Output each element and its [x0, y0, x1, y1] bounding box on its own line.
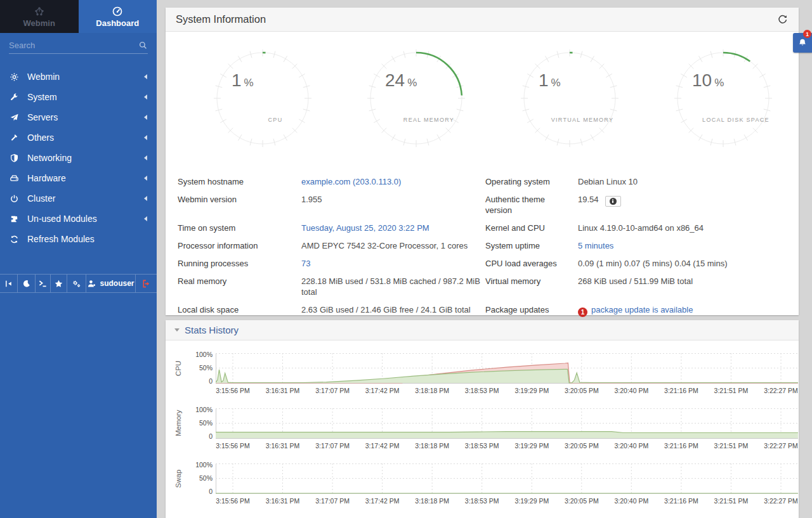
favorites-button[interactable] [51, 275, 67, 292]
sidebar-item-label: Others [27, 133, 54, 143]
x-axis-labels: 3:15:56 PM3:16:31 PM3:17:07 PM3:17:42 PM… [216, 497, 798, 506]
sidebar-item-label: Servers [27, 112, 58, 122]
sidebar-item-un-used-modules[interactable]: Un-used Modules [0, 209, 157, 229]
x-tick-label: 3:22:27 PM [764, 387, 798, 394]
user-button[interactable]: sudouser [86, 275, 136, 292]
x-tick-label: 3:20:40 PM [614, 442, 648, 450]
x-tick-label: 3:21:51 PM [714, 387, 749, 394]
theme-info-button[interactable] [605, 196, 621, 207]
package-update-badge: 1 [578, 308, 587, 317]
power-icon [10, 194, 19, 204]
info-label: Virtual memory [485, 272, 578, 301]
sidebar-item-system[interactable]: System [0, 87, 157, 107]
x-tick-label: 3:16:31 PM [266, 442, 300, 450]
sidebar-search [9, 41, 148, 54]
chevron-left-icon [144, 155, 147, 160]
system-information-header: System Information [166, 8, 799, 32]
info-value-link[interactable]: 5 minutes [578, 241, 613, 250]
stats-history-title: Stats History [185, 325, 239, 335]
sidebar-item-hardware[interactable]: Hardware [0, 168, 157, 188]
logout-button[interactable] [136, 275, 157, 292]
info-value-link[interactable]: Tuesday, August 25, 2020 3:22 PM [301, 223, 429, 233]
sidebar-item-others[interactable]: Others [0, 127, 157, 148]
info-value-link[interactable]: example.com (203.0.113.0) [301, 177, 401, 186]
night-mode-button[interactable] [18, 275, 36, 292]
hammer-icon [10, 133, 19, 143]
x-tick-label: 3:15:56 PM [216, 497, 250, 505]
sidebar: Webmin Dashboard WebminSystemServersOthe… [0, 0, 157, 518]
x-tick-label: 3:18:53 PM [465, 387, 499, 394]
info-value: Debian Linux 10 [578, 177, 638, 186]
x-tick-label: 3:16:31 PM [266, 387, 300, 394]
y-tick-label: 100% [190, 351, 213, 358]
x-tick-label: 3:15:56 PM [216, 387, 250, 394]
puzzle-icon [10, 214, 19, 224]
sidebar-item-cluster[interactable]: Cluster [0, 188, 157, 209]
dashboard-gauge-icon [112, 6, 123, 17]
gauge-real-memory: 24%REAL MEMORY [362, 44, 470, 152]
sidebar-item-refresh-modules[interactable]: Refresh Modules [0, 229, 157, 249]
x-tick-label: 3:21:16 PM [664, 387, 698, 394]
x-tick-label: 3:17:42 PM [365, 387, 400, 394]
x-tick-label: 3:20:05 PM [565, 387, 599, 394]
y-tick-label: 50% [190, 419, 213, 427]
table-row: Local disk space2.63 GiB used / 21.46 Gi… [166, 301, 799, 320]
sidebar-item-webmin[interactable]: Webmin [0, 67, 157, 87]
sidebar-menu: WebminSystemServersOthersNetworkingHardw… [0, 67, 157, 249]
bell-icon [797, 38, 808, 48]
x-tick-label: 3:18:18 PM [415, 497, 449, 505]
sidebar-item-label: System [27, 92, 57, 102]
table-row: Running processes73CPU load averages0.09… [166, 254, 799, 272]
x-tick-label: 3:20:40 PM [614, 387, 648, 394]
logout-icon [141, 279, 151, 288]
terminal-button[interactable] [36, 275, 51, 292]
sidebar-item-label: Webmin [27, 72, 60, 82]
chevron-left-icon [144, 115, 147, 120]
sidebar-tabs: Webmin Dashboard [0, 0, 157, 33]
sidebar-footer-toolbar: sudouser [0, 274, 157, 293]
table-row: Time on systemTuesday, August 25, 2020 3… [166, 219, 799, 236]
info-label: Processor information [166, 236, 301, 254]
sidebar-item-networking[interactable]: Networking [0, 148, 157, 168]
info-label: Kernel and CPU [485, 219, 578, 236]
search-icon[interactable] [138, 41, 148, 50]
terminal-icon [38, 279, 48, 288]
stats-history-header[interactable]: Stats History [166, 320, 799, 340]
info-value-link[interactable]: package update is available [591, 305, 693, 314]
chart-swap: Swap100%50%03:15:56 PM3:16:31 PM3:17:07 … [166, 463, 799, 508]
y-tick-label: 0 [190, 377, 213, 385]
sidebar-item-label: Hardware [27, 173, 66, 183]
collapse-sidebar-button[interactable] [0, 275, 18, 292]
x-axis-labels: 3:15:56 PM3:16:31 PM3:17:07 PM3:17:42 PM… [216, 442, 798, 451]
tab-webmin[interactable]: Webmin [0, 0, 79, 33]
info-label: Package updates [485, 301, 578, 320]
tab-dashboard[interactable]: Dashboard [79, 0, 157, 33]
search-input[interactable] [9, 41, 138, 50]
y-tick-label: 100% [190, 406, 213, 413]
refresh-icon [777, 14, 788, 25]
info-value-link[interactable]: 73 [301, 259, 310, 268]
hdd-icon [10, 174, 19, 183]
x-tick-label: 3:22:27 PM [764, 497, 798, 505]
x-tick-label: 3:19:29 PM [514, 387, 549, 394]
notifications-button[interactable]: 1 [793, 33, 812, 53]
refresh-icon [10, 235, 19, 244]
webmin-logo-icon [34, 6, 45, 17]
sidebar-item-servers[interactable]: Servers [0, 107, 157, 127]
info-label: Time on system [166, 219, 301, 236]
chart-memory: Memory100%50%03:15:56 PM3:16:31 PM3:17:0… [166, 408, 799, 453]
info-label: Running processes [166, 254, 301, 272]
x-tick-label: 3:17:07 PM [315, 442, 350, 450]
shield-icon [10, 153, 19, 163]
theme-settings-button[interactable] [67, 275, 86, 292]
chevron-left-icon [144, 74, 147, 79]
chart-plot-area [216, 353, 798, 384]
x-tick-label: 3:17:07 PM [315, 387, 350, 394]
refresh-button[interactable] [776, 13, 789, 26]
x-tick-label: 3:20:05 PM [565, 442, 599, 450]
gauge-local-disk-space: 10%LOCAL DISK SPACE [669, 44, 777, 152]
x-tick-label: 3:18:18 PM [415, 387, 449, 394]
svg-text:VIRTUAL MEMORY: VIRTUAL MEMORY [551, 117, 614, 123]
info-label: Real memory [166, 272, 301, 301]
chart-plot-area [216, 463, 798, 495]
